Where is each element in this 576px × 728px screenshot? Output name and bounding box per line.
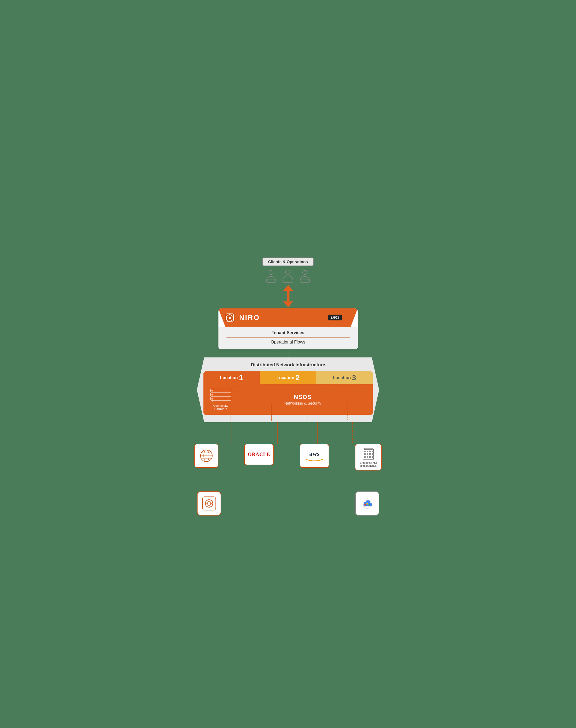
oracle-label: ORACLE bbox=[248, 452, 270, 457]
niro-header: NIRO {API} bbox=[219, 308, 358, 327]
oracle-item: ORACLE bbox=[244, 444, 273, 465]
svg-rect-24 bbox=[211, 390, 213, 391]
tenant-services-label: Tenant Services bbox=[227, 330, 350, 338]
location-1-label: Location bbox=[220, 375, 238, 380]
svg-marker-46 bbox=[321, 459, 323, 460]
hardware-icon bbox=[210, 389, 232, 403]
svg-rect-55 bbox=[369, 453, 371, 455]
svg-point-22 bbox=[369, 504, 370, 506]
svg-rect-50 bbox=[367, 451, 368, 452]
svg-rect-58 bbox=[367, 456, 368, 458]
nsos-subtitle: Networking & Security bbox=[238, 401, 368, 405]
hardware-box: Commodity Hardware bbox=[209, 389, 233, 411]
clients-section: Clients & Operations bbox=[262, 257, 313, 284]
client-person-1 bbox=[264, 269, 279, 284]
svg-rect-53 bbox=[364, 453, 366, 455]
svg-rect-49 bbox=[364, 451, 366, 452]
nsos-box: Commodity Hardware NSOS Networking & Sec… bbox=[203, 384, 373, 415]
clients-niro-arrow bbox=[283, 285, 293, 307]
client-person-3 bbox=[297, 269, 312, 284]
enterprise-item: Enterprise HQ and branches bbox=[355, 444, 382, 471]
clients-icons bbox=[264, 269, 312, 284]
niro-title: NIRO bbox=[239, 313, 260, 322]
svg-point-15 bbox=[229, 317, 231, 319]
svg-rect-18 bbox=[208, 502, 210, 505]
svg-rect-54 bbox=[367, 453, 368, 455]
location-1-number: 1 bbox=[239, 374, 243, 382]
svg-rect-23 bbox=[211, 389, 231, 392]
svg-rect-16 bbox=[202, 497, 216, 510]
svg-point-6 bbox=[269, 270, 273, 275]
google-cloud-box bbox=[355, 491, 379, 516]
svg-rect-27 bbox=[211, 393, 231, 396]
location-tab-1: Location 1 bbox=[203, 371, 260, 384]
svg-rect-59 bbox=[369, 456, 371, 458]
svg-rect-9 bbox=[283, 279, 293, 282]
aws-box: aws bbox=[300, 444, 329, 468]
location-tabs: Location 1 Location 2 Location 3 bbox=[203, 371, 373, 384]
svg-rect-31 bbox=[211, 397, 231, 400]
enterprise-icon bbox=[362, 447, 375, 460]
svg-point-10 bbox=[303, 270, 307, 275]
svg-rect-56 bbox=[372, 453, 374, 455]
managed-service-icon bbox=[202, 496, 217, 511]
svg-rect-32 bbox=[211, 398, 213, 399]
managed-service-box bbox=[197, 491, 221, 516]
location-tab-2: Location 2 bbox=[260, 371, 316, 384]
enterprise-box: Enterprise HQ and branches bbox=[355, 444, 382, 471]
svg-point-20 bbox=[364, 504, 366, 506]
location-tab-3: Location 3 bbox=[316, 371, 373, 384]
bottom-connectors-svg bbox=[194, 422, 382, 444]
dni-title: Distributed Network Infrastructure bbox=[203, 362, 373, 368]
svg-rect-7 bbox=[266, 279, 276, 282]
location-2-label: Location bbox=[276, 375, 294, 380]
svg-rect-51 bbox=[369, 451, 371, 452]
niro-box: NIRO {API} Tenant Services Operational F… bbox=[219, 308, 358, 350]
globe-icon bbox=[199, 449, 213, 463]
operational-flows-label: Operational Flows bbox=[227, 340, 350, 344]
svg-rect-11 bbox=[300, 279, 310, 282]
hardware-label: Commodity Hardware bbox=[213, 404, 228, 411]
enterprise-label: Enterprise HQ and branches bbox=[360, 461, 377, 467]
svg-rect-57 bbox=[364, 456, 366, 458]
diagram-wrapper: Clients & Operations bbox=[186, 257, 390, 471]
nsos-title: NSOS bbox=[238, 394, 368, 401]
aws-item: aws bbox=[300, 444, 329, 468]
svg-rect-52 bbox=[372, 451, 374, 452]
svg-rect-60 bbox=[372, 456, 374, 458]
google-cloud-icon bbox=[360, 497, 375, 510]
svg-point-8 bbox=[285, 270, 290, 275]
oracle-box: ORACLE bbox=[244, 444, 273, 465]
clients-label: Clients & Operations bbox=[262, 257, 313, 266]
location-2-number: 2 bbox=[295, 374, 300, 382]
svg-rect-28 bbox=[211, 394, 213, 395]
globe-item bbox=[194, 444, 219, 468]
globe-box bbox=[194, 444, 219, 468]
aws-swoosh-icon bbox=[305, 457, 324, 462]
niro-logo-icon bbox=[224, 312, 236, 324]
svg-point-21 bbox=[366, 503, 368, 505]
aws-label: aws bbox=[309, 450, 319, 457]
niro-dni-connector bbox=[288, 350, 288, 358]
dni-box: Distributed Network Infrastructure Locat… bbox=[197, 358, 379, 422]
api-badge: {API} bbox=[328, 315, 342, 321]
location-3-number: 3 bbox=[352, 374, 356, 382]
client-person-2 bbox=[281, 269, 295, 284]
niro-body: Tenant Services Operational Flows bbox=[219, 327, 358, 350]
location-3-label: Location bbox=[333, 375, 351, 380]
nsos-text: NSOS Networking & Security bbox=[238, 394, 368, 405]
